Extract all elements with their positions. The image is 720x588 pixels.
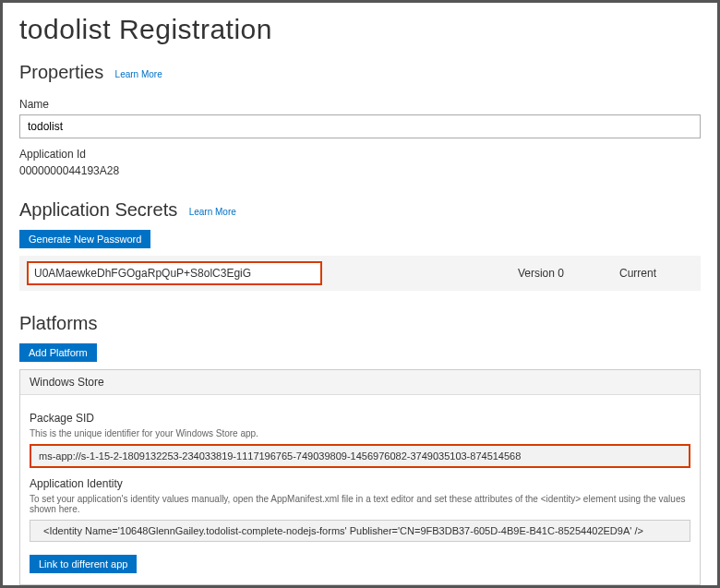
properties-section: Properties Learn More Name Application I… (19, 62, 701, 177)
identity-input[interactable] (30, 520, 690, 542)
platforms-heading: Platforms (19, 313, 97, 334)
name-input[interactable] (19, 114, 701, 138)
secret-value: U0AMaewkeDhFGOgaRpQuP+S8olC3EgiG (27, 261, 322, 285)
package-sid-label: Package SID (30, 412, 690, 425)
windows-store-body: Package SID This is the unique identifie… (20, 395, 700, 584)
generate-password-button[interactable]: Generate New Password (19, 230, 150, 248)
windows-store-panel: Windows Store Package SID This is the un… (19, 369, 701, 585)
link-different-app-button[interactable]: Link to different app (30, 555, 137, 573)
name-label: Name (19, 98, 701, 111)
secret-status: Current (619, 267, 693, 280)
platforms-section: Platforms Add Platform Windows Store Pac… (19, 313, 701, 585)
secret-version: Version 0 (518, 267, 619, 280)
secret-row: U0AMaewkeDhFGOgaRpQuP+S8olC3EgiG Version… (19, 256, 701, 291)
identity-label: Application Identity (30, 477, 690, 490)
secrets-learn-more-link[interactable]: Learn More (189, 207, 236, 217)
secrets-section: Application Secrets Learn More Generate … (19, 199, 701, 291)
package-sid-help: This is the unique identifier for your W… (30, 428, 690, 438)
properties-heading: Properties (19, 62, 103, 83)
app-id-label: Application Id (19, 148, 701, 161)
secrets-heading: Application Secrets (19, 199, 177, 221)
windows-store-header: Windows Store (20, 370, 700, 395)
package-sid-input[interactable] (30, 444, 690, 468)
identity-help: To set your application's identity value… (30, 494, 690, 514)
add-platform-button[interactable]: Add Platform (19, 343, 97, 362)
page-title: todolist Registration (19, 14, 701, 45)
app-id-value: 0000000044193A28 (19, 164, 701, 177)
properties-learn-more-link[interactable]: Learn More (115, 69, 162, 79)
